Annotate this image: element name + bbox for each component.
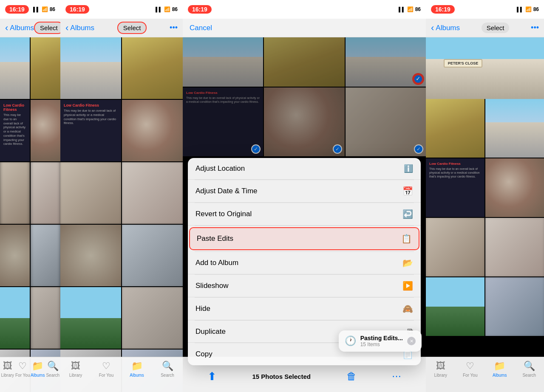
photo-cell-2-8[interactable] — [122, 225, 183, 286]
photo-cell-2-1[interactable] — [60, 37, 121, 99]
more-button-2[interactable]: ••• — [170, 23, 178, 32]
signal-icon-1: ▌▌ — [33, 7, 40, 12]
health-body-2: This may be due to an overall lack of ph… — [64, 109, 118, 125]
paste-edits-icon: 📋 — [401, 234, 412, 244]
photos-selected-label: 15 Photos Selected — [252, 373, 311, 380]
foryou-icon-4: ♡ — [466, 361, 474, 372]
peter-close-sign: PETER'S CLOSE — [444, 59, 483, 68]
search-label-1: Search — [46, 373, 60, 378]
menu-paste-edits[interactable]: Paste Edits 📋 — [189, 227, 419, 250]
toast-notification: 🕐 Pasting Edits... 15 Items ✕ — [339, 330, 422, 352]
photo-cell-4-3[interactable]: Low Cardio Fitness This may be due to an… — [426, 158, 484, 217]
library-icon-1: 🖼 — [3, 361, 12, 372]
tab-foryou-1[interactable]: ♡ For You — [15, 361, 31, 378]
search-icon-2: 🔍 — [162, 361, 173, 372]
share-icon-3[interactable]: ⬆ — [207, 370, 217, 383]
status-bar-2: 16:19 ▌▌ 📶 86 — [60, 0, 183, 19]
health-title-2: Low Cardio Fitness — [64, 103, 118, 107]
signal-icon-2: ▌▌ — [156, 7, 162, 12]
time-badge-4: 16:19 — [431, 5, 455, 14]
tab-bar-4: 🖼 Library ♡ For You 📁 Albums 🔍 Search — [426, 357, 544, 392]
status-icons-2: ▌▌ 📶 86 — [156, 6, 178, 12]
more-button-4[interactable]: ••• — [531, 23, 539, 32]
photo-cell-4-6[interactable] — [485, 218, 544, 276]
albums-icon-2: 📁 — [131, 361, 143, 372]
tab-foryou-2[interactable]: ♡ For You — [91, 361, 122, 378]
battery-label-1: 86 — [50, 6, 55, 12]
photo-cell-1-4[interactable] — [31, 100, 60, 161]
battery-label-3: 86 — [415, 6, 421, 12]
tab-search-2[interactable]: 🔍 Search — [152, 361, 183, 378]
battery-label-4: 86 — [533, 6, 539, 12]
photo-cell-1-1[interactable] — [0, 37, 30, 99]
tab-albums-2[interactable]: 📁 Albums — [122, 361, 152, 378]
photo-grid-3-top: ✓ Low Cardio Fitness This may be due to … — [183, 37, 426, 156]
tab-bar-2: 🖼 Library ♡ For You 📁 Albums 🔍 Search — [60, 357, 183, 392]
status-icons-4: ▌▌ 📶 86 — [517, 6, 539, 12]
menu-hide[interactable]: Hide 🙈 — [188, 298, 421, 320]
photo-cell-1-8[interactable] — [31, 225, 60, 286]
photo-cell-4-7[interactable] — [426, 277, 484, 336]
photo-cell-2-3[interactable]: Low Cardio Fitness This may be due to an… — [60, 100, 121, 161]
health-title-1: Low Cardio Fitness — [3, 103, 26, 112]
photo-cell-4-1[interactable] — [426, 99, 484, 158]
library-label-4: Library — [434, 373, 447, 378]
photo-cell-2-4[interactable] — [122, 100, 183, 161]
photo-cell-1-3[interactable]: Low Cardio Fitness This may be due to an… — [0, 100, 30, 161]
tab-foryou-4[interactable]: ♡ For You — [456, 361, 485, 378]
photo-cell-2-7[interactable] — [60, 225, 121, 286]
back-button-1[interactable]: ‹ Albums — [5, 23, 34, 34]
photo-cell-1-10[interactable] — [31, 287, 60, 349]
photo-cell-4-2[interactable] — [485, 99, 544, 158]
select-button-4[interactable]: Select — [482, 23, 510, 33]
photo-cell-2-2[interactable] — [122, 37, 183, 99]
wifi-icon-3: 📶 — [407, 6, 414, 12]
photo-cell-4-8[interactable] — [485, 277, 544, 336]
back-chevron-2: ‹ — [65, 23, 68, 34]
tab-search-1[interactable]: 🔍 Search — [45, 361, 61, 378]
library-icon-2: 🖼 — [71, 361, 80, 372]
foryou-label-1: For You — [15, 373, 30, 378]
signal-icon-4: ▌▌ — [517, 7, 524, 12]
photo-cell-1-9[interactable] — [0, 287, 30, 349]
search-label-4: Search — [522, 373, 536, 378]
menu-adjust-location[interactable]: Adjust Location ℹ️ — [188, 158, 421, 180]
menu-adjust-datetime[interactable]: Adjust Date & Time 📅 — [188, 180, 421, 203]
albums-icon-4: 📁 — [494, 361, 505, 372]
toast-close-button[interactable]: ✕ — [407, 337, 416, 345]
photo-cell-2-9[interactable] — [60, 287, 121, 349]
photo-cell-1-7[interactable] — [0, 225, 30, 286]
back-button-2[interactable]: ‹ Albums — [65, 23, 94, 34]
photo-cell-2-6[interactable] — [122, 162, 183, 224]
photo-cell-4-4[interactable] — [485, 158, 544, 217]
tab-albums-1[interactable]: 📁 Albums — [30, 361, 45, 378]
select-button-1[interactable]: Select — [34, 22, 60, 34]
more-icon-3[interactable]: ⋯ — [392, 371, 401, 382]
tab-albums-4[interactable]: 📁 Albums — [485, 361, 515, 378]
photo-cell-1-5[interactable] — [0, 162, 30, 224]
back-button-4[interactable]: ‹ Albums — [431, 23, 460, 34]
menu-revert[interactable]: Revert to Original ↩️ — [188, 203, 421, 226]
cancel-button-3[interactable]: Cancel — [190, 24, 212, 32]
back-label-2: Albums — [70, 24, 94, 32]
tab-search-4[interactable]: 🔍 Search — [515, 361, 544, 378]
photo-cell-2-10[interactable] — [122, 287, 183, 349]
albums-label-4: Albums — [493, 373, 507, 378]
photo-cell-2-5[interactable] — [60, 162, 121, 224]
select-button-2[interactable]: Select — [117, 22, 147, 34]
menu-add-album[interactable]: Add to Album 📂 — [188, 252, 421, 274]
tab-library-4[interactable]: 🖼 Library — [426, 361, 456, 378]
library-icon-4: 🖼 — [436, 361, 445, 372]
photo-cell-1-6[interactable] — [31, 162, 60, 224]
toast-content: Pasting Edits... 15 Items — [360, 335, 403, 347]
tab-library-2[interactable]: 🖼 Library — [60, 361, 91, 378]
panel-3: 16:19 ▌▌ 📶 86 Cancel ✓ — [183, 0, 426, 392]
photo-cell-4-5[interactable] — [426, 218, 484, 276]
trash-icon-3[interactable]: 🗑 — [346, 370, 357, 382]
health-body-4: This may be due to an overall lack of ph… — [429, 167, 481, 178]
photo-cell-1-2[interactable] — [31, 37, 60, 99]
tab-library-1[interactable]: 🖼 Library — [0, 361, 15, 378]
menu-slideshow[interactable]: Slideshow ▶️ — [188, 275, 421, 297]
photo-grid-2: Low Cardio Fitness This may be due to an… — [60, 37, 183, 357]
foryou-label-2: For You — [99, 373, 113, 378]
